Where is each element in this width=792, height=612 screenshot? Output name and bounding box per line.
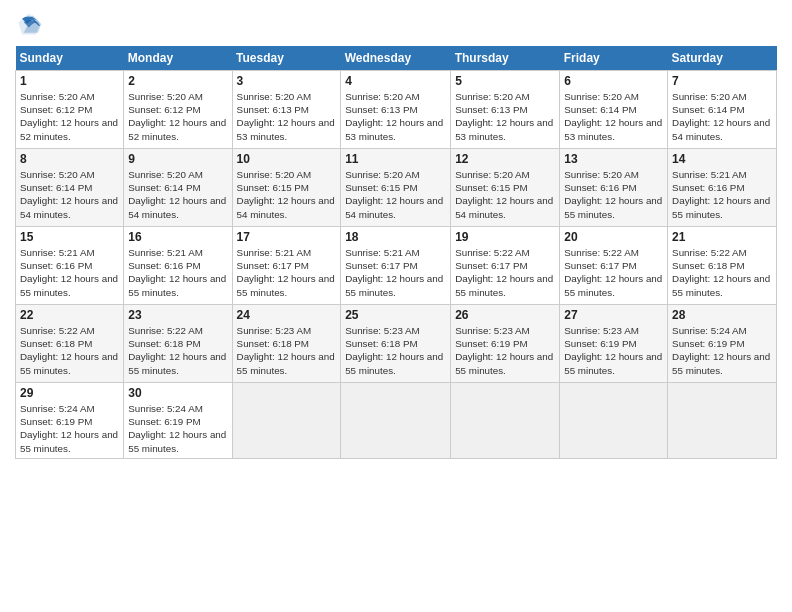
calendar-cell [232,383,341,459]
day-info: Sunrise: 5:21 AM Sunset: 6:16 PM Dayligh… [20,246,119,299]
day-info: Sunrise: 5:20 AM Sunset: 6:14 PM Dayligh… [128,168,227,221]
calendar-cell: 21 Sunrise: 5:22 AM Sunset: 6:18 PM Dayl… [668,227,777,305]
calendar-table: Sunday Monday Tuesday Wednesday Thursday… [15,46,777,459]
day-number: 10 [237,152,337,166]
day-number: 26 [455,308,555,322]
logo-icon [15,10,43,38]
day-info: Sunrise: 5:20 AM Sunset: 6:13 PM Dayligh… [455,90,555,143]
day-number: 23 [128,308,227,322]
col-saturday: Saturday [668,46,777,71]
calendar-cell: 23 Sunrise: 5:22 AM Sunset: 6:18 PM Dayl… [124,305,232,383]
calendar-cell: 19 Sunrise: 5:22 AM Sunset: 6:17 PM Dayl… [451,227,560,305]
calendar-cell: 12 Sunrise: 5:20 AM Sunset: 6:15 PM Dayl… [451,149,560,227]
calendar-cell: 24 Sunrise: 5:23 AM Sunset: 6:18 PM Dayl… [232,305,341,383]
day-info: Sunrise: 5:21 AM Sunset: 6:16 PM Dayligh… [672,168,772,221]
day-number: 15 [20,230,119,244]
calendar-cell [451,383,560,459]
logo [15,10,47,38]
calendar-cell: 22 Sunrise: 5:22 AM Sunset: 6:18 PM Dayl… [16,305,124,383]
day-info: Sunrise: 5:22 AM Sunset: 6:18 PM Dayligh… [672,246,772,299]
day-info: Sunrise: 5:24 AM Sunset: 6:19 PM Dayligh… [20,402,119,455]
day-number: 13 [564,152,663,166]
day-info: Sunrise: 5:20 AM Sunset: 6:14 PM Dayligh… [564,90,663,143]
col-monday: Monday [124,46,232,71]
day-info: Sunrise: 5:20 AM Sunset: 6:13 PM Dayligh… [345,90,446,143]
calendar-cell: 29 Sunrise: 5:24 AM Sunset: 6:19 PM Dayl… [16,383,124,459]
day-number: 6 [564,74,663,88]
day-info: Sunrise: 5:24 AM Sunset: 6:19 PM Dayligh… [128,402,227,455]
calendar-cell: 11 Sunrise: 5:20 AM Sunset: 6:15 PM Dayl… [341,149,451,227]
calendar-cell: 4 Sunrise: 5:20 AM Sunset: 6:13 PM Dayli… [341,71,451,149]
day-number: 3 [237,74,337,88]
calendar-cell: 15 Sunrise: 5:21 AM Sunset: 6:16 PM Dayl… [16,227,124,305]
calendar-cell: 30 Sunrise: 5:24 AM Sunset: 6:19 PM Dayl… [124,383,232,459]
day-number: 25 [345,308,446,322]
day-info: Sunrise: 5:20 AM Sunset: 6:14 PM Dayligh… [20,168,119,221]
header [15,10,777,38]
day-number: 11 [345,152,446,166]
day-number: 28 [672,308,772,322]
day-number: 2 [128,74,227,88]
day-info: Sunrise: 5:23 AM Sunset: 6:19 PM Dayligh… [564,324,663,377]
col-tuesday: Tuesday [232,46,341,71]
day-number: 4 [345,74,446,88]
calendar-week-row: 1 Sunrise: 5:20 AM Sunset: 6:12 PM Dayli… [16,71,777,149]
calendar-header-row: Sunday Monday Tuesday Wednesday Thursday… [16,46,777,71]
day-number: 22 [20,308,119,322]
calendar-cell: 16 Sunrise: 5:21 AM Sunset: 6:16 PM Dayl… [124,227,232,305]
day-info: Sunrise: 5:20 AM Sunset: 6:14 PM Dayligh… [672,90,772,143]
page-container: Sunday Monday Tuesday Wednesday Thursday… [0,0,792,469]
day-info: Sunrise: 5:20 AM Sunset: 6:12 PM Dayligh… [20,90,119,143]
calendar-cell: 28 Sunrise: 5:24 AM Sunset: 6:19 PM Dayl… [668,305,777,383]
calendar-cell: 25 Sunrise: 5:23 AM Sunset: 6:18 PM Dayl… [341,305,451,383]
day-number: 9 [128,152,227,166]
calendar-cell: 9 Sunrise: 5:20 AM Sunset: 6:14 PM Dayli… [124,149,232,227]
col-wednesday: Wednesday [341,46,451,71]
calendar-cell: 8 Sunrise: 5:20 AM Sunset: 6:14 PM Dayli… [16,149,124,227]
day-info: Sunrise: 5:20 AM Sunset: 6:15 PM Dayligh… [237,168,337,221]
day-number: 24 [237,308,337,322]
calendar-cell: 13 Sunrise: 5:20 AM Sunset: 6:16 PM Dayl… [560,149,668,227]
calendar-cell: 6 Sunrise: 5:20 AM Sunset: 6:14 PM Dayli… [560,71,668,149]
day-number: 18 [345,230,446,244]
day-info: Sunrise: 5:20 AM Sunset: 6:15 PM Dayligh… [345,168,446,221]
day-number: 19 [455,230,555,244]
day-info: Sunrise: 5:23 AM Sunset: 6:18 PM Dayligh… [237,324,337,377]
day-info: Sunrise: 5:21 AM Sunset: 6:17 PM Dayligh… [237,246,337,299]
day-number: 30 [128,386,227,400]
calendar-cell [560,383,668,459]
calendar-cell [668,383,777,459]
calendar-week-row: 15 Sunrise: 5:21 AM Sunset: 6:16 PM Dayl… [16,227,777,305]
calendar-week-row: 8 Sunrise: 5:20 AM Sunset: 6:14 PM Dayli… [16,149,777,227]
calendar-cell: 26 Sunrise: 5:23 AM Sunset: 6:19 PM Dayl… [451,305,560,383]
col-thursday: Thursday [451,46,560,71]
calendar-cell: 3 Sunrise: 5:20 AM Sunset: 6:13 PM Dayli… [232,71,341,149]
calendar-cell: 27 Sunrise: 5:23 AM Sunset: 6:19 PM Dayl… [560,305,668,383]
day-number: 8 [20,152,119,166]
day-number: 5 [455,74,555,88]
day-info: Sunrise: 5:20 AM Sunset: 6:16 PM Dayligh… [564,168,663,221]
calendar-cell: 20 Sunrise: 5:22 AM Sunset: 6:17 PM Dayl… [560,227,668,305]
day-number: 12 [455,152,555,166]
day-info: Sunrise: 5:21 AM Sunset: 6:16 PM Dayligh… [128,246,227,299]
day-info: Sunrise: 5:20 AM Sunset: 6:15 PM Dayligh… [455,168,555,221]
calendar-cell: 7 Sunrise: 5:20 AM Sunset: 6:14 PM Dayli… [668,71,777,149]
day-number: 29 [20,386,119,400]
calendar-week-row: 29 Sunrise: 5:24 AM Sunset: 6:19 PM Dayl… [16,383,777,459]
calendar-week-row: 22 Sunrise: 5:22 AM Sunset: 6:18 PM Dayl… [16,305,777,383]
day-info: Sunrise: 5:24 AM Sunset: 6:19 PM Dayligh… [672,324,772,377]
day-number: 7 [672,74,772,88]
day-info: Sunrise: 5:22 AM Sunset: 6:17 PM Dayligh… [564,246,663,299]
day-info: Sunrise: 5:20 AM Sunset: 6:12 PM Dayligh… [128,90,227,143]
calendar-cell: 14 Sunrise: 5:21 AM Sunset: 6:16 PM Dayl… [668,149,777,227]
day-number: 21 [672,230,772,244]
day-info: Sunrise: 5:20 AM Sunset: 6:13 PM Dayligh… [237,90,337,143]
col-friday: Friday [560,46,668,71]
day-number: 1 [20,74,119,88]
day-number: 17 [237,230,337,244]
calendar-cell: 18 Sunrise: 5:21 AM Sunset: 6:17 PM Dayl… [341,227,451,305]
calendar-cell: 10 Sunrise: 5:20 AM Sunset: 6:15 PM Dayl… [232,149,341,227]
day-info: Sunrise: 5:23 AM Sunset: 6:18 PM Dayligh… [345,324,446,377]
calendar-cell: 1 Sunrise: 5:20 AM Sunset: 6:12 PM Dayli… [16,71,124,149]
day-info: Sunrise: 5:22 AM Sunset: 6:18 PM Dayligh… [128,324,227,377]
